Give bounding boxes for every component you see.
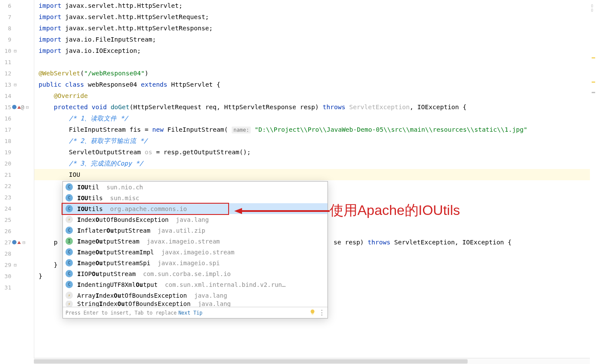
code-line[interactable]: import javax.servlet.http.HttpServlet; [34, 0, 596, 11]
autocomplete-hint-text: Press Enter to insert, Tab to replace [65, 310, 177, 316]
up-arrow-icon [17, 106, 21, 109]
gutter-line: 14 [0, 90, 34, 101]
autocomplete-item[interactable]: CInflaterOutputStream java.util.zip [63, 225, 327, 236]
class-icon: C [65, 194, 73, 202]
autocomplete-item[interactable]: ⚡StringIndexOutOfBoundsException java.la… [63, 301, 327, 307]
up-arrow-icon [17, 241, 21, 244]
gutter: 678910⊟111213⊟1415 @⊟1617181920212223242… [0, 0, 34, 364]
interface-icon: I [65, 237, 73, 245]
gutter-line: 24 [0, 203, 34, 214]
autocomplete-item[interactable]: CIOUtil sun.nio.ch [63, 182, 327, 192]
fold-toggle-icon[interactable]: ⊟ [14, 262, 17, 268]
gutter-line: 18 [0, 135, 34, 146]
code-line[interactable]: IOU [34, 169, 596, 180]
code-line-tail[interactable]: se resp) throws ServletException, IOExce… [329, 237, 511, 248]
gutter-line: 23 [0, 192, 34, 203]
expand-collapse-icon[interactable]: ▯▯ [591, 3, 593, 12]
class-icon: C [65, 270, 73, 277]
right-scrollbar[interactable]: ▯▯ [590, 0, 596, 364]
gutter-line: 29⊟ [0, 259, 34, 270]
autocomplete-item[interactable]: IImageOutputStream javax.imageio.stream [63, 236, 327, 247]
gutter-line: 15 @⊟ [0, 101, 34, 113]
code-line[interactable]: FileInputStream fis = new FileInputStrea… [34, 124, 596, 135]
autocomplete-item[interactable]: CIndentingUTF8XmlOutput com.sun.xml.inte… [63, 279, 327, 290]
fold-toggle-icon[interactable]: ⊟ [14, 82, 17, 88]
gutter-line: 10⊟ [0, 45, 34, 56]
autocomplete-footer: Press Enter to insert, Tab to replaceNex… [63, 307, 327, 318]
gutter-line: 13⊟ [0, 79, 34, 90]
exception-icon: ⚡ [65, 216, 73, 223]
code-line[interactable]: /* 1、读取文件 */ [34, 113, 596, 124]
code-line[interactable]: @WebServlet("/webResponse04") [34, 68, 596, 79]
fold-toggle-icon[interactable]: ⊟ [14, 48, 17, 54]
autocomplete-item[interactable]: CIOUtils org.apache.commons.io [63, 203, 327, 214]
gutter-line: 8 [0, 23, 34, 34]
gutter-line: 26 [0, 225, 34, 237]
gutter-line: 30 [0, 270, 34, 282]
exception-icon: ⚡ [65, 292, 73, 299]
fold-toggle-icon[interactable]: ⊟ [26, 104, 29, 110]
gutter-line: 7 [0, 11, 34, 23]
gutter-line: 20 [0, 158, 34, 169]
autocomplete-item[interactable]: ⚡IndexOutOfBoundsException java.lang [63, 214, 327, 225]
autocomplete-item[interactable]: CIOUtils sun.misc [63, 192, 327, 203]
code-line[interactable]: import javax.servlet.http.HttpServletReq… [34, 11, 596, 23]
autocomplete-popup[interactable]: CIOUtil sun.nio.chCIOUtils sun.miscCIOUt… [62, 181, 328, 318]
code-line[interactable]: import java.io.FileInputStream; [34, 34, 596, 45]
gutter-line: 22 [0, 180, 34, 192]
code-line[interactable]: import javax.servlet.http.HttpServletRes… [34, 23, 596, 34]
code-line[interactable]: /* 2、获取字节输出流 */ [34, 135, 596, 146]
code-line[interactable]: /* 3、完成流的Copy */ [34, 158, 596, 169]
gutter-line: 9 [0, 34, 34, 45]
code-line[interactable]: ServletOutputStream os = resp.getOutputS… [34, 146, 596, 158]
autocomplete-item[interactable]: CImageOutputStreamSpi javax.imageio.spi [63, 257, 327, 268]
gutter-line: 17 [0, 124, 34, 135]
override-gutter-icon[interactable] [12, 105, 16, 109]
gutter-line: 28 [0, 248, 34, 259]
bottom-scrollbar-thumb[interactable] [34, 359, 468, 364]
code-line[interactable] [34, 56, 596, 68]
gutter-line: 21 [0, 169, 34, 180]
exception-icon: ⚡ [65, 301, 73, 307]
gutter-line: 12 [0, 68, 34, 79]
autocomplete-item[interactable]: CImageOutputStreamImpl javax.imageio.str… [63, 247, 327, 257]
class-icon: C [65, 205, 73, 212]
gutter-line: 11 [0, 56, 34, 68]
class-icon: C [65, 259, 73, 266]
bulb-icon[interactable] [309, 309, 316, 317]
autocomplete-item[interactable]: ⚡ArrayIndexOutOfBoundsException java.lan… [63, 290, 327, 301]
class-icon: C [65, 281, 73, 288]
code-line[interactable]: import java.io.IOException; [34, 45, 596, 56]
bottom-scrollbar[interactable] [34, 358, 590, 364]
autocomplete-item[interactable]: CIIOPOutputStream com.sun.corba.se.impl.… [63, 268, 327, 279]
more-options-icon[interactable]: ⋮ [318, 309, 325, 316]
gutter-line: 31 [0, 282, 34, 293]
fold-toggle-icon[interactable]: ⊟ [23, 240, 26, 245]
override-gutter-icon[interactable] [12, 240, 16, 244]
code-line[interactable]: @Override [34, 90, 596, 101]
autocomplete-next-tip-link[interactable]: Next Tip [178, 310, 202, 316]
gutter-line: 6 [0, 0, 34, 11]
gutter-line: 19 [0, 146, 34, 158]
class-icon: C [65, 227, 73, 234]
code-line[interactable]: public class webResponse04 extends HttpS… [34, 79, 596, 90]
class-icon: C [65, 183, 73, 191]
gutter-line: 27⊟ [0, 237, 34, 248]
gutter-line: 16 [0, 113, 34, 124]
code-line[interactable]: protected void doGet(HttpServletRequest … [34, 101, 596, 113]
class-icon: C [65, 248, 73, 256]
gutter-line: 25 [0, 214, 34, 225]
